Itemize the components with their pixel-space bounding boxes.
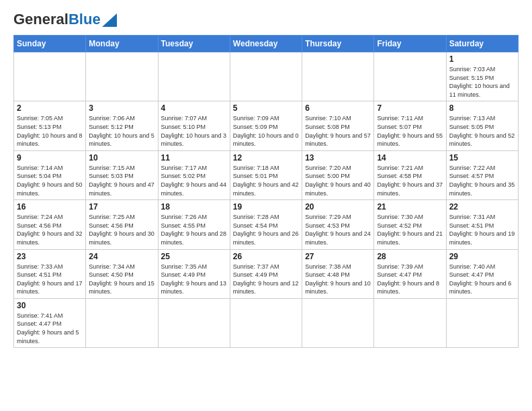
table-cell: 8Sunrise: 7:13 AM Sunset: 5:05 PM Daylig… (446, 101, 518, 150)
day-number: 7 (377, 103, 443, 113)
table-cell: 30Sunrise: 7:41 AM Sunset: 4:47 PM Dayli… (14, 298, 86, 347)
day-info: Sunrise: 7:09 AM Sunset: 5:09 PM Dayligh… (233, 114, 299, 148)
table-cell: 3Sunrise: 7:06 AM Sunset: 5:12 PM Daylig… (86, 101, 158, 150)
day-number: 13 (305, 153, 371, 163)
day-info: Sunrise: 7:28 AM Sunset: 4:54 PM Dayligh… (233, 213, 299, 246)
day-number: 6 (305, 103, 371, 113)
logo: General Blue (13, 11, 117, 28)
day-info: Sunrise: 7:24 AM Sunset: 4:56 PM Dayligh… (17, 213, 83, 246)
table-cell (86, 52, 158, 101)
day-info: Sunrise: 7:38 AM Sunset: 4:48 PM Dayligh… (305, 263, 371, 296)
table-cell: 21Sunrise: 7:30 AM Sunset: 4:52 PM Dayli… (374, 200, 446, 249)
table-cell: 19Sunrise: 7:28 AM Sunset: 4:54 PM Dayli… (230, 200, 302, 249)
table-cell: 16Sunrise: 7:24 AM Sunset: 4:56 PM Dayli… (14, 200, 86, 249)
day-number: 14 (377, 153, 443, 163)
table-row: 30Sunrise: 7:41 AM Sunset: 4:47 PM Dayli… (14, 298, 519, 347)
calendar-table: Sunday Monday Tuesday Wednesday Thursday… (13, 35, 519, 348)
table-cell: 15Sunrise: 7:22 AM Sunset: 4:57 PM Dayli… (446, 150, 518, 199)
logo-general-text: General (13, 11, 69, 28)
day-info: Sunrise: 7:07 AM Sunset: 5:10 PM Dayligh… (161, 114, 227, 148)
table-cell (374, 52, 446, 101)
table-cell: 24Sunrise: 7:34 AM Sunset: 4:50 PM Dayli… (86, 249, 158, 298)
table-row: 1Sunrise: 7:03 AM Sunset: 5:15 PM Daylig… (14, 52, 519, 101)
day-number: 1 (449, 54, 515, 64)
table-cell (302, 52, 374, 101)
table-cell (158, 298, 230, 347)
day-number: 3 (89, 103, 154, 113)
day-number: 12 (233, 153, 299, 163)
table-cell: 28Sunrise: 7:39 AM Sunset: 4:47 PM Dayli… (374, 249, 446, 298)
day-number: 23 (17, 252, 83, 261)
calendar-header: Sunday Monday Tuesday Wednesday Thursday… (14, 36, 519, 52)
table-cell (446, 298, 518, 347)
table-cell: 26Sunrise: 7:37 AM Sunset: 4:49 PM Dayli… (230, 249, 302, 298)
day-info: Sunrise: 7:13 AM Sunset: 5:05 PM Dayligh… (449, 114, 515, 148)
table-cell: 20Sunrise: 7:29 AM Sunset: 4:53 PM Dayli… (302, 200, 374, 249)
table-cell: 17Sunrise: 7:25 AM Sunset: 4:56 PM Dayli… (86, 200, 158, 249)
day-number: 16 (17, 202, 83, 212)
day-info: Sunrise: 7:15 AM Sunset: 5:03 PM Dayligh… (89, 164, 154, 197)
day-info: Sunrise: 7:22 AM Sunset: 4:57 PM Dayligh… (449, 164, 515, 197)
table-cell: 5Sunrise: 7:09 AM Sunset: 5:09 PM Daylig… (230, 101, 302, 150)
day-info: Sunrise: 7:37 AM Sunset: 4:49 PM Dayligh… (233, 263, 299, 296)
col-saturday: Saturday (446, 36, 518, 52)
header: General Blue (13, 11, 519, 28)
table-cell (230, 298, 302, 347)
day-info: Sunrise: 7:34 AM Sunset: 4:50 PM Dayligh… (89, 263, 154, 296)
day-info: Sunrise: 7:14 AM Sunset: 5:04 PM Dayligh… (17, 164, 83, 197)
day-number: 15 (449, 153, 515, 163)
day-number: 17 (89, 202, 154, 212)
day-info: Sunrise: 7:41 AM Sunset: 4:47 PM Dayligh… (17, 312, 83, 345)
table-cell: 7Sunrise: 7:11 AM Sunset: 5:07 PM Daylig… (374, 101, 446, 150)
col-tuesday: Tuesday (158, 36, 230, 52)
table-cell: 11Sunrise: 7:17 AM Sunset: 5:02 PM Dayli… (158, 150, 230, 199)
day-info: Sunrise: 7:11 AM Sunset: 5:07 PM Dayligh… (377, 114, 443, 148)
day-number: 11 (161, 153, 227, 163)
col-monday: Monday (86, 36, 158, 52)
table-cell: 25Sunrise: 7:35 AM Sunset: 4:49 PM Dayli… (158, 249, 230, 298)
day-info: Sunrise: 7:05 AM Sunset: 5:13 PM Dayligh… (17, 114, 83, 148)
table-row: 9Sunrise: 7:14 AM Sunset: 5:04 PM Daylig… (14, 150, 519, 199)
table-cell: 9Sunrise: 7:14 AM Sunset: 5:04 PM Daylig… (14, 150, 86, 199)
day-info: Sunrise: 7:31 AM Sunset: 4:51 PM Dayligh… (449, 213, 515, 246)
table-cell: 6Sunrise: 7:10 AM Sunset: 5:08 PM Daylig… (302, 101, 374, 150)
day-info: Sunrise: 7:25 AM Sunset: 4:56 PM Dayligh… (89, 213, 154, 246)
day-info: Sunrise: 7:35 AM Sunset: 4:49 PM Dayligh… (161, 263, 227, 296)
table-row: 23Sunrise: 7:33 AM Sunset: 4:51 PM Dayli… (14, 249, 519, 298)
logo-blue-text: Blue (69, 11, 101, 28)
table-cell: 27Sunrise: 7:38 AM Sunset: 4:48 PM Dayli… (302, 249, 374, 298)
day-number: 24 (89, 252, 154, 261)
table-row: 2Sunrise: 7:05 AM Sunset: 5:13 PM Daylig… (14, 101, 519, 150)
day-info: Sunrise: 7:26 AM Sunset: 4:55 PM Dayligh… (161, 213, 227, 246)
day-number: 5 (233, 103, 299, 113)
day-number: 28 (377, 252, 443, 261)
table-cell: 23Sunrise: 7:33 AM Sunset: 4:51 PM Dayli… (14, 249, 86, 298)
day-info: Sunrise: 7:30 AM Sunset: 4:52 PM Dayligh… (377, 213, 443, 246)
table-cell (158, 52, 230, 101)
day-number: 8 (449, 103, 515, 113)
table-cell: 2Sunrise: 7:05 AM Sunset: 5:13 PM Daylig… (14, 101, 86, 150)
day-number: 21 (377, 202, 443, 212)
day-number: 22 (449, 202, 515, 212)
table-row: 16Sunrise: 7:24 AM Sunset: 4:56 PM Dayli… (14, 200, 519, 249)
day-number: 18 (161, 202, 227, 212)
day-info: Sunrise: 7:33 AM Sunset: 4:51 PM Dayligh… (17, 263, 83, 296)
day-number: 30 (17, 301, 83, 310)
table-cell (230, 52, 302, 101)
table-cell (86, 298, 158, 347)
table-cell (302, 298, 374, 347)
table-cell: 10Sunrise: 7:15 AM Sunset: 5:03 PM Dayli… (86, 150, 158, 199)
table-cell: 18Sunrise: 7:26 AM Sunset: 4:55 PM Dayli… (158, 200, 230, 249)
table-cell: 22Sunrise: 7:31 AM Sunset: 4:51 PM Dayli… (446, 200, 518, 249)
day-number: 4 (161, 103, 227, 113)
table-cell: 12Sunrise: 7:18 AM Sunset: 5:01 PM Dayli… (230, 150, 302, 199)
table-cell: 14Sunrise: 7:21 AM Sunset: 4:58 PM Dayli… (374, 150, 446, 199)
day-info: Sunrise: 7:39 AM Sunset: 4:47 PM Dayligh… (377, 263, 443, 296)
day-info: Sunrise: 7:21 AM Sunset: 4:58 PM Dayligh… (377, 164, 443, 197)
day-info: Sunrise: 7:06 AM Sunset: 5:12 PM Dayligh… (89, 114, 154, 148)
day-number: 25 (161, 252, 227, 261)
table-cell: 13Sunrise: 7:20 AM Sunset: 5:00 PM Dayli… (302, 150, 374, 199)
table-cell: 4Sunrise: 7:07 AM Sunset: 5:10 PM Daylig… (158, 101, 230, 150)
table-cell (374, 298, 446, 347)
table-cell: 29Sunrise: 7:40 AM Sunset: 4:47 PM Dayli… (446, 249, 518, 298)
